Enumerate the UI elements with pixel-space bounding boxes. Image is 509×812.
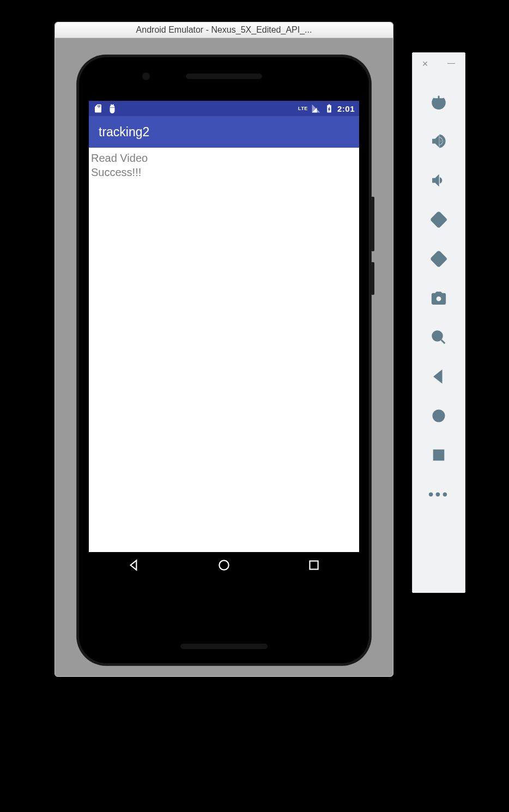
screenshot-button[interactable] [428, 288, 449, 308]
app-content: Read Video Success!!! [89, 148, 359, 183]
svg-rect-1 [310, 561, 318, 569]
signal-icon [311, 104, 321, 113]
zoom-button[interactable] [428, 327, 449, 348]
volume-up-button[interactable] [428, 131, 449, 152]
app-bar: tracking2 [89, 116, 359, 148]
toolbar-minimize-button[interactable]: — [447, 58, 455, 70]
svg-rect-7 [434, 450, 444, 460]
device-side-button [371, 262, 374, 295]
device-side-button [371, 197, 374, 251]
svg-point-4 [436, 296, 441, 301]
nav-home-button[interactable] [217, 558, 231, 574]
rotate-left-button[interactable] [428, 209, 449, 230]
device-speaker [180, 644, 268, 649]
toolbar-home-button[interactable] [428, 405, 449, 426]
power-button[interactable] [428, 92, 449, 112]
android-nav-bar [89, 552, 359, 580]
debug-icon [107, 104, 117, 113]
lte-label: LTE [298, 104, 308, 113]
sd-card-icon [93, 104, 103, 113]
device-frame: LTE 2:01 tracking2 Read Video Success!!! [77, 55, 371, 665]
emulator-title: Android Emulator - Nexus_5X_Edited_API_.… [136, 25, 312, 35]
toolbar-overview-button[interactable] [428, 445, 449, 465]
app-title: tracking2 [99, 125, 149, 140]
emulator-window: Android Emulator - Nexus_5X_Edited_API_.… [54, 22, 393, 677]
more-icon: ••• [428, 487, 449, 502]
device-earpiece [186, 74, 262, 79]
device-screen: LTE 2:01 tracking2 Read Video Success!!! [89, 101, 359, 580]
rotate-right-button[interactable] [428, 249, 449, 269]
toolbar-back-button[interactable] [428, 366, 449, 387]
battery-charging-icon [324, 104, 334, 113]
toolbar-close-button[interactable]: × [422, 58, 428, 70]
volume-down-button[interactable] [428, 170, 449, 191]
content-line: Success!!! [91, 165, 357, 179]
emulator-toolbar: × — ••• [412, 52, 465, 593]
emulator-titlebar[interactable]: Android Emulator - Nexus_5X_Edited_API_.… [55, 22, 393, 38]
android-status-bar[interactable]: LTE 2:01 [89, 101, 359, 116]
svg-point-0 [219, 560, 228, 569]
toolbar-more-button[interactable]: ••• [428, 484, 449, 505]
clock-text: 2:01 [337, 104, 355, 113]
content-line: Read Video [91, 151, 357, 165]
nav-back-button[interactable] [127, 558, 141, 574]
nav-overview-button[interactable] [307, 558, 321, 574]
svg-point-6 [433, 410, 444, 421]
svg-rect-2 [431, 212, 446, 227]
device-camera [142, 72, 150, 80]
